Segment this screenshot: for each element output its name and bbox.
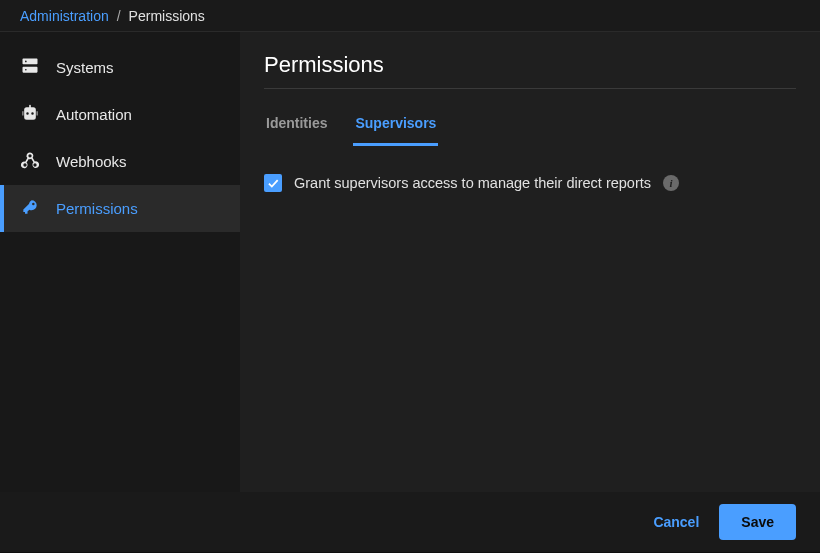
breadcrumb: Administration / Permissions [0,0,820,32]
sidebar-item-automation[interactable]: Automation [0,91,240,138]
server-icon [20,56,40,79]
sidebar-item-label: Systems [56,59,114,76]
cancel-button[interactable]: Cancel [653,514,699,530]
grant-supervisors-row: Grant supervisors access to manage their… [264,174,796,192]
page-title: Permissions [264,52,796,89]
sidebar: Systems Automation Webhooks Permissions [0,32,240,492]
robot-icon [20,103,40,126]
grant-supervisors-checkbox[interactable] [264,174,282,192]
sidebar-item-systems[interactable]: Systems [0,44,240,91]
breadcrumb-separator: / [117,8,121,24]
webhook-icon [20,150,40,173]
footer: Cancel Save [0,492,820,552]
save-button[interactable]: Save [719,504,796,540]
sidebar-item-label: Automation [56,106,132,123]
main-content: Permissions Identities Supervisors Grant… [240,32,820,492]
tab-supervisors[interactable]: Supervisors [353,109,438,146]
info-icon[interactable]: i [663,175,679,191]
breadcrumb-current: Permissions [129,8,205,24]
tabs: Identities Supervisors [264,93,796,146]
tab-identities[interactable]: Identities [264,109,329,146]
key-icon [20,197,40,220]
check-icon [266,176,280,190]
sidebar-item-label: Webhooks [56,153,127,170]
sidebar-item-permissions[interactable]: Permissions [0,185,240,232]
sidebar-item-label: Permissions [56,200,138,217]
breadcrumb-parent-link[interactable]: Administration [20,8,109,24]
grant-supervisors-label: Grant supervisors access to manage their… [294,175,651,191]
sidebar-item-webhooks[interactable]: Webhooks [0,138,240,185]
